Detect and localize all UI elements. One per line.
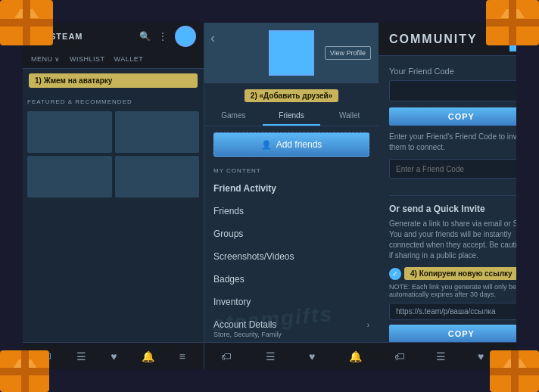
link-display: https://s.team/p/ваша/ссылка [389,303,516,320]
popup-tabs: Games Friends Wallet [204,107,379,126]
gift-decoration-br [478,331,539,392]
copy-friend-code-button[interactable]: COPY [389,107,516,126]
expire-note: NOTE: Each link you generate will only b… [389,283,516,298]
avatar[interactable] [175,26,196,47]
bottom-list-icon[interactable]: ☰ [76,350,86,362]
comm-bottom-list-icon[interactable]: ☰ [436,350,446,362]
menu-dots-icon[interactable]: ⋮ [157,30,169,42]
menu-item-friends[interactable]: Friends [204,200,379,222]
enter-friend-code-input[interactable] [389,159,516,179]
steam-header-icons: 🔍 ⋮ [139,26,196,47]
community-content: Your Friend Code COPY Enter your Friend'… [379,56,516,342]
nav-wallet[interactable]: WALLET [111,53,148,65]
friend-code-desc: Enter your Friend's Friend Code to invit… [389,132,516,153]
steam-content-area: FEATURED & RECOMMENDED [23,92,204,342]
gift-decoration-bl [0,331,61,392]
community-panel: COMMUNITY ⋮ Your Friend Code COPY Enter … [379,23,516,369]
menu-item-badges[interactable]: Badges [204,268,379,291]
featured-item-2 [115,111,200,153]
tab-games[interactable]: Games [204,107,263,126]
featured-grid [27,111,199,198]
my-content-label: MY CONTENT [204,163,379,177]
back-button[interactable]: ‹ [210,30,215,46]
menu-item-friend-activity[interactable]: Friend Activity [204,177,379,200]
menu-list: Friend Activity Friends Groups Screensho… [204,177,379,342]
popup-bottom-tag-icon[interactable]: 🏷 [221,350,232,362]
nav-wishlist[interactable]: WISHLIST [66,53,109,65]
bottom-bell-icon[interactable]: 🔔 [142,350,154,362]
featured-item-3 [27,156,112,198]
divider [389,195,516,196]
add-friends-button[interactable]: Add friends [213,132,369,157]
featured-label: FEATURED & RECOMMENDED [27,97,199,107]
quick-invite-desc: Generate a link to share via email or SM… [389,219,516,261]
menu-item-groups[interactable]: Groups [204,222,379,245]
step4-tooltip: 4) Копируем новую ссылку [404,267,516,280]
quick-invite-title: Or send a Quick Invite [389,204,516,214]
popup-avatar [269,30,314,76]
search-icon[interactable]: 🔍 [139,30,151,42]
popup-bottom-heart-icon[interactable]: ♥ [309,350,315,362]
main-container: S STEAM 🔍 ⋮ MENU ∨ WISHLIST WALLET 1) Жм… [23,23,516,369]
friend-code-input[interactable] [389,80,516,101]
gift-decoration-tr [478,0,539,61]
menu-item-inventory[interactable]: Inventory [204,291,379,313]
popup-bottom-bar: 🏷 ☰ ♥ 🔔 [204,342,379,369]
gift-decoration-tl [0,0,61,61]
featured-item-4 [115,156,200,198]
friend-code-label: Your Friend Code [389,67,516,76]
bottom-menu-icon[interactable]: ≡ [179,350,185,362]
steam-panel: S STEAM 🔍 ⋮ MENU ∨ WISHLIST WALLET 1) Жм… [23,23,204,369]
featured-item-1 [27,111,112,153]
tab-friends[interactable]: Friends [263,107,321,126]
popup-avatar-area: ‹ View Profile [204,23,379,83]
check-circle-icon: ✓ [389,268,401,280]
profile-popup: ‹ View Profile 2) «Добавить друзей» Game… [204,23,379,369]
bottom-heart-icon[interactable]: ♥ [111,350,117,362]
menu-item-screenshots[interactable]: Screenshots/Videos [204,245,379,268]
tab-wallet[interactable]: Wallet [320,107,379,126]
community-title: COMMUNITY [389,33,487,46]
popup-bottom-list-icon[interactable]: ☰ [266,350,276,362]
step1-tooltip: 1) Жмем на аватарку [29,73,198,88]
view-profile-button[interactable]: View Profile [325,46,371,60]
step2-tooltip: 2) «Добавить друзей» [245,89,338,102]
popup-bottom-bell-icon[interactable]: 🔔 [349,350,362,362]
account-arrow-icon: › [367,321,369,329]
comm-bottom-tag-icon[interactable]: 🏷 [394,350,405,362]
menu-item-account-details[interactable]: Account Details › Store, Security, Famil… [204,313,379,342]
